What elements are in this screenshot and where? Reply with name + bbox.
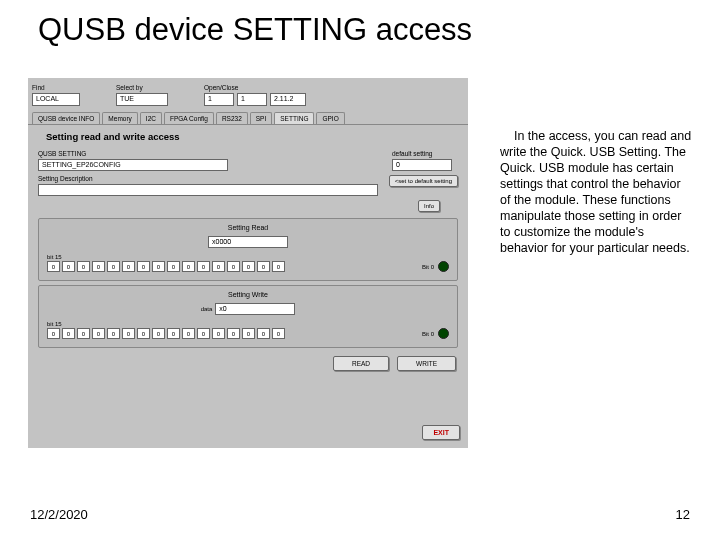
- qusb-setting-label: QUSB SETTING: [38, 150, 228, 157]
- bit-cell: 0: [242, 261, 255, 272]
- bit-cell[interactable]: 0: [272, 328, 285, 339]
- bit-cell: 0: [47, 261, 60, 272]
- selectby-label: Select by: [116, 84, 168, 91]
- tab-memory[interactable]: Memory: [102, 112, 137, 124]
- bit-cell[interactable]: 0: [167, 328, 180, 339]
- bit-cell[interactable]: 0: [137, 328, 150, 339]
- bit-cell[interactable]: 0: [47, 328, 60, 339]
- bit-cell[interactable]: 0: [122, 328, 135, 339]
- bit-cell: 0: [227, 261, 240, 272]
- bit-cell[interactable]: 0: [212, 328, 225, 339]
- bit-cell: 0: [137, 261, 150, 272]
- section-heading: Setting read and write access: [28, 125, 468, 148]
- tab-row: QUSB device INFO Memory I2C FPGA Config …: [28, 112, 468, 125]
- find-label: Find: [32, 84, 80, 91]
- bit-cell[interactable]: 0: [182, 328, 195, 339]
- tab-setting[interactable]: SETTING: [274, 112, 314, 124]
- setting-desc-label: Setting Description: [38, 175, 381, 182]
- bit-cell: 0: [77, 261, 90, 272]
- bit-cell: 0: [62, 261, 75, 272]
- open-b[interactable]: 1: [237, 93, 267, 106]
- bit-cell[interactable]: 0: [197, 328, 210, 339]
- open-a[interactable]: 1: [204, 93, 234, 106]
- footer-date: 12/2/2020: [30, 507, 88, 522]
- topbar: Find LOCAL Select by TUE Open/Close 1 1 …: [28, 78, 468, 112]
- bit-cell[interactable]: 0: [92, 328, 105, 339]
- bit-cell: 0: [152, 261, 165, 272]
- write-indicator-icon: [438, 328, 449, 339]
- bit-cell[interactable]: 0: [227, 328, 240, 339]
- find-select[interactable]: LOCAL: [32, 93, 80, 106]
- slide-title: QUSB device SETTING access: [38, 12, 472, 48]
- info-button[interactable]: Info: [418, 200, 440, 212]
- bit-cell[interactable]: 0: [107, 328, 120, 339]
- write-button[interactable]: WRITE: [397, 356, 456, 371]
- open-c[interactable]: 2.11.2: [270, 93, 306, 106]
- bit-cell: 0: [212, 261, 225, 272]
- bit-cell: 0: [197, 261, 210, 272]
- write-title: Setting Write: [228, 291, 268, 301]
- read-bit0-label: Bit 0: [422, 264, 434, 270]
- set-default-button[interactable]: <set to default setting: [389, 175, 458, 187]
- write-bit0-label: Bit 0: [422, 331, 434, 337]
- write-panel: Setting Write data x0 bit 15 00000000000…: [38, 285, 458, 348]
- tab-i2c[interactable]: I2C: [140, 112, 162, 124]
- read-indicator-icon: [438, 261, 449, 272]
- qusb-setting-select[interactable]: SETTING_EP26CONFIG: [38, 159, 228, 171]
- bit-cell: 0: [272, 261, 285, 272]
- bit-cell: 0: [92, 261, 105, 272]
- selectby-input[interactable]: TUE: [116, 93, 168, 106]
- read-bits: 0000000000000000: [47, 261, 285, 272]
- read-bit15-label: bit 15: [47, 254, 285, 260]
- read-button[interactable]: READ: [333, 356, 389, 371]
- read-data: x0000: [208, 236, 288, 248]
- write-data-label: data: [201, 306, 213, 312]
- bit-cell[interactable]: 0: [257, 328, 270, 339]
- footer-page: 12: [676, 507, 690, 522]
- bit-cell: 0: [182, 261, 195, 272]
- bit-cell: 0: [107, 261, 120, 272]
- tab-fpga[interactable]: FPGA Config: [164, 112, 214, 124]
- bit-cell[interactable]: 0: [62, 328, 75, 339]
- setting-desc-field: [38, 184, 378, 196]
- bit-cell[interactable]: 0: [152, 328, 165, 339]
- default-setting-value: 0: [392, 159, 452, 171]
- bit-cell[interactable]: 0: [77, 328, 90, 339]
- write-bits[interactable]: 0000000000000000: [47, 328, 285, 339]
- tab-spi[interactable]: SPI: [250, 112, 272, 124]
- default-setting-label: default setting: [392, 150, 452, 157]
- bit-cell[interactable]: 0: [242, 328, 255, 339]
- description-text: In the access, you can read and write th…: [500, 128, 694, 256]
- open-label: Open/Close: [204, 84, 306, 91]
- write-bit15-label: bit 15: [47, 321, 285, 327]
- write-data[interactable]: x0: [215, 303, 295, 315]
- exit-button[interactable]: EXIT: [422, 425, 460, 440]
- read-panel: Setting Read x0000 bit 15 00000000000000…: [38, 218, 458, 281]
- bit-cell: 0: [167, 261, 180, 272]
- tab-gpio[interactable]: GPIO: [316, 112, 344, 124]
- tab-qusb-info[interactable]: QUSB device INFO: [32, 112, 100, 124]
- app-window: Find LOCAL Select by TUE Open/Close 1 1 …: [28, 78, 468, 448]
- bit-cell: 0: [257, 261, 270, 272]
- tab-rs232[interactable]: RS232: [216, 112, 248, 124]
- read-title: Setting Read: [228, 224, 268, 234]
- bit-cell: 0: [122, 261, 135, 272]
